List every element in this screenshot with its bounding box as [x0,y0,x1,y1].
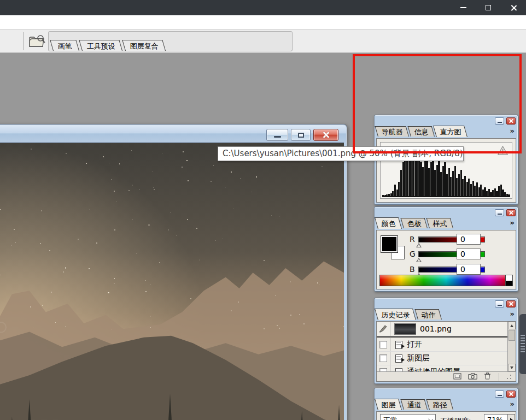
tab-channels[interactable]: 通道 [401,399,428,410]
minimize-icon [498,122,502,123]
history-source-checkbox[interactable] [377,365,390,371]
document-restore-button[interactable] [291,129,311,141]
new-document-from-state-button[interactable] [453,371,461,382]
layers-panel-body: 正常 不透明度: 71% 锁定: 填充: 100% [376,411,516,420]
tab-navigator[interactable]: 导航器 [375,126,409,137]
palette-well: 画笔 工具预设 图层复合 [48,31,293,51]
panel-menu-chevron[interactable]: » [510,218,513,227]
file-browser-icon[interactable] [28,34,46,51]
tab-tool-presets[interactable]: 工具预设 [79,40,122,51]
resize-grip-icon[interactable] [506,374,512,380]
green-value-field[interactable]: 0 [457,249,481,259]
menu-strip [0,15,526,29]
history-source-checkbox[interactable] [377,352,390,365]
history-panel-titlebar [375,298,518,307]
tab-histogram[interactable]: 直方图 [433,126,467,137]
panel-close-button[interactable] [506,117,516,125]
dock-scrollbar-handle[interactable] [519,314,526,374]
warning-icon[interactable] [498,146,508,157]
close-icon [510,4,517,11]
tab-history[interactable]: 历史记录 [375,309,416,320]
history-bottom-toolbar [377,371,516,381]
palette-well-tabs: 画笔 工具预设 图层复合 [53,40,168,51]
history-step-label: 通过拷贝的图层 [407,367,460,371]
history-step-row[interactable]: 通过拷贝的图层 [377,365,507,371]
landscape-image [0,143,344,420]
tab-styles[interactable]: 样式 [426,218,453,228]
histogram-panel-tabs: 导航器 信息 直方图 » [375,125,518,137]
color-panel: 颜色 色板 样式 » R 0 G 0 B 0 [374,206,518,292]
tab-layers[interactable]: 图层 [375,399,402,410]
color-spectrum-ramp[interactable] [379,275,513,286]
tab-brushes[interactable]: 画笔 [50,40,79,51]
panel-close-button[interactable] [506,209,516,216]
foreground-color-swatch[interactable] [381,236,398,252]
history-step-row[interactable]: 新图层 [377,352,507,365]
history-source-checkbox[interactable] [377,338,390,351]
panel-minimize-button[interactable] [495,391,504,398]
new-snapshot-button[interactable] [468,371,477,382]
channel-row-green: G 0 [410,249,485,259]
document-minimize-button[interactable] [266,129,288,141]
chevron-down-icon [428,417,433,420]
maximize-icon [486,5,491,10]
arrow-down-icon [510,366,513,369]
document-close-button[interactable] [313,129,338,141]
document-canvas[interactable] [0,143,344,420]
tab-actions[interactable]: 动作 [415,309,442,320]
channel-row-blue: B 0 [410,264,485,275]
tab-layer-comps[interactable]: 图层复合 [122,40,166,51]
history-brush-icon [379,325,388,333]
history-brush-cell[interactable] [377,322,390,336]
panel-menu-chevron[interactable]: » [510,310,513,318]
snapshot-name: 001.png [420,324,452,333]
opacity-slider-button[interactable] [508,414,515,420]
tab-info[interactable]: 信息 [408,126,435,137]
history-snapshot-row[interactable]: 001.png [377,322,507,336]
blend-mode-select[interactable]: 正常 [380,414,436,420]
slider-thumb-icon[interactable] [416,258,422,262]
divider [499,373,499,381]
restore-icon [298,133,304,138]
history-state-icon [395,341,402,349]
app-titlebar [0,0,526,15]
tab-swatches[interactable]: 色板 [401,218,428,228]
panel-menu-chevron[interactable]: » [510,400,513,408]
panel-menu-chevron[interactable]: » [510,127,513,135]
app-close-button[interactable] [501,0,526,15]
opacity-value-field[interactable]: 71% [484,414,508,420]
panel-close-button[interactable] [506,300,516,307]
tab-paths[interactable]: 路径 [426,399,453,410]
scrollbar-thumb[interactable] [509,330,515,341]
slider-thumb-icon[interactable] [416,243,422,247]
color-panel-titlebar [375,207,518,216]
scroll-up-button[interactable] [508,322,516,329]
channel-row-red: R 0 [410,234,485,245]
arrow-up-icon [510,324,513,327]
red-value-field[interactable]: 0 [457,234,481,245]
app-maximize-button[interactable] [476,0,501,15]
panel-minimize-button[interactable] [495,117,504,125]
close-icon [323,132,329,138]
history-scrollbar[interactable] [507,322,516,371]
minimize-icon [460,7,466,8]
history-panel-tabs: 历史记录 动作 » [375,307,518,320]
panel-minimize-button[interactable] [495,300,504,307]
document-window[interactable] [0,124,347,420]
history-step-label: 打开 [407,340,422,350]
black-swatch[interactable] [505,281,512,286]
color-panel-tabs: 颜色 色板 样式 » [375,216,518,228]
layers-panel: 图层 通道 路径 » 正常 不透明度: 71% 锁定: [374,388,518,420]
panel-minimize-button[interactable] [495,209,504,216]
close-icon [509,392,513,396]
history-step-label: 新图层 [407,353,430,363]
scroll-down-button[interactable] [508,364,516,371]
history-step-row[interactable]: 打开 [377,338,507,352]
blue-value-field[interactable]: 0 [457,264,481,275]
white-swatch[interactable] [505,275,512,281]
document-window-controls [266,129,338,141]
panel-close-button[interactable] [506,391,516,398]
app-minimize-button[interactable] [451,0,476,15]
tab-color[interactable]: 颜色 [375,217,402,229]
delete-state-button[interactable] [484,371,491,382]
